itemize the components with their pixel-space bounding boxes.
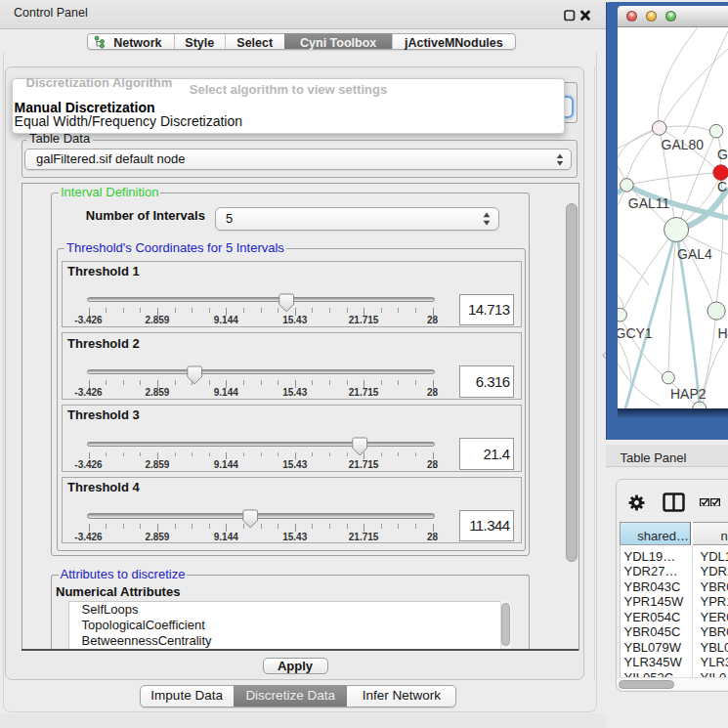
svg-text:C: C bbox=[717, 179, 727, 194]
svg-text:H: H bbox=[718, 325, 728, 341]
svg-text:GAL80: GAL80 bbox=[662, 137, 705, 152]
svg-text:GAL4: GAL4 bbox=[677, 246, 712, 262]
svg-text:GA: GA bbox=[717, 147, 728, 162]
svg-text:GAL11: GAL11 bbox=[628, 195, 670, 211]
svg-text:HAP2: HAP2 bbox=[670, 386, 707, 402]
svg-text:GCY1: GCY1 bbox=[616, 325, 653, 341]
